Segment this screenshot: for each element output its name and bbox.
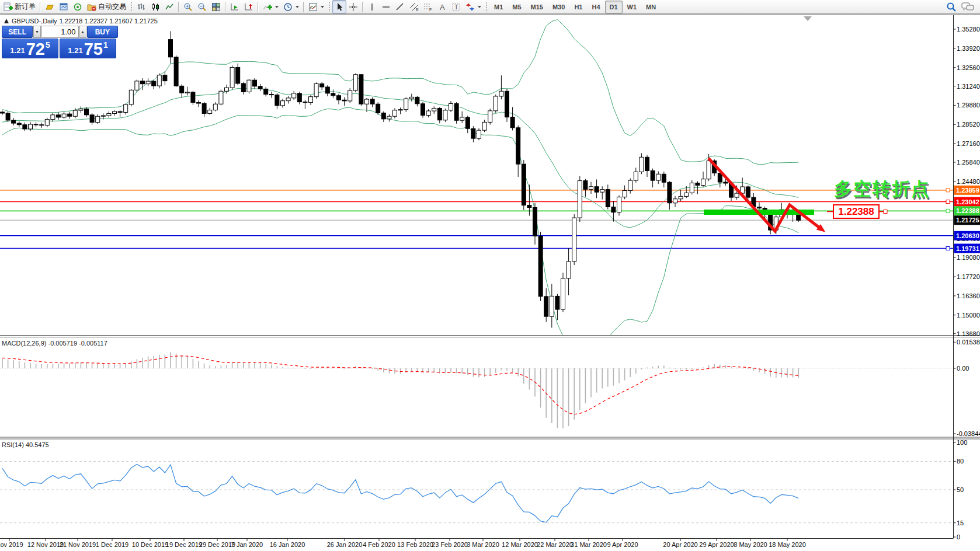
toolbar-right	[946, 2, 979, 12]
svg-text:12 Nov 2019: 12 Nov 2019	[27, 541, 64, 548]
text-tool-button[interactable]: A	[435, 0, 449, 13]
fibonacci-icon: F	[423, 2, 433, 12]
svg-text:23 Feb 2020: 23 Feb 2020	[432, 541, 468, 548]
svg-text:3 Mar 2020: 3 Mar 2020	[467, 541, 499, 548]
price-tag-1.23042[interactable]: 1.23042	[954, 197, 980, 207]
timeframe-button-MN[interactable]: MN	[641, 1, 661, 13]
search-icon[interactable]	[946, 2, 957, 12]
svg-text:1.35280: 1.35280	[957, 26, 980, 33]
svg-text:1.24480: 1.24480	[957, 178, 980, 185]
price-tag-1.23859[interactable]: 1.23859	[954, 186, 980, 195]
indicators-icon	[263, 2, 272, 12]
price-axis-labels: 1.352801.339201.325601.312401.298801.285…	[954, 26, 980, 540]
current-price-tag[interactable]: 1.21725	[954, 215, 980, 225]
chat-icon[interactable]	[961, 2, 974, 12]
buy-price-sup: 1	[103, 40, 108, 50]
fibonacci-tool-button[interactable]: F	[421, 0, 435, 13]
date-axis[interactable]: Nov 201912 Nov 201921 Nov 20191 Dec 2019…	[0, 539, 806, 549]
indicators-button[interactable]	[260, 0, 281, 13]
rsi-line	[2, 464, 798, 522]
svg-text:F: F	[429, 8, 432, 12]
svg-text:1.19080: 1.19080	[957, 254, 980, 261]
svg-text:1.32560: 1.32560	[957, 64, 980, 71]
horizontal-line-tool-button[interactable]	[379, 0, 393, 13]
svg-text:Nov 2019: Nov 2019	[0, 541, 23, 548]
buy-button[interactable]: BUY	[87, 26, 118, 38]
signals-button[interactable]	[71, 0, 85, 13]
autotrading-label: 自动交易	[98, 2, 126, 12]
volume-decrease-button[interactable]: ▼	[33, 26, 40, 38]
buy-price-box[interactable]: 1.21 75 1	[60, 39, 116, 58]
main-pane: 1.22388多空转折点多空转折点	[0, 20, 954, 347]
toolbar: 新订单 自动交易	[0, 0, 980, 14]
cursor-tool-button[interactable]	[332, 0, 346, 13]
new-order-button[interactable]: 新订单	[1, 0, 38, 13]
text-label-icon: T	[451, 2, 461, 12]
bar-chart-icon	[137, 2, 146, 12]
timeframe-button-W1[interactable]: W1	[623, 1, 642, 13]
svg-text:10 Dec 2019: 10 Dec 2019	[132, 541, 168, 548]
auto-scroll-button[interactable]	[228, 0, 242, 13]
svg-text:1.19731: 1.19731	[956, 245, 979, 252]
sell-button[interactable]: SELL	[2, 26, 33, 38]
turning-point-text[interactable]: 多空转折点	[834, 179, 930, 199]
svg-text:18 May 2020: 18 May 2020	[769, 541, 806, 548]
timeframe-button-D1[interactable]: D1	[605, 1, 623, 13]
price-tag-1.22388[interactable]: 1.22388	[954, 206, 980, 215]
svg-text:0.00: 0.00	[957, 365, 969, 372]
horizontal-line-icon	[381, 2, 391, 12]
trendline-tool-button[interactable]	[393, 0, 407, 13]
bollinger-lower-band	[2, 107, 798, 347]
svg-text:1.15000: 1.15000	[957, 312, 980, 319]
channel-tool-button[interactable]: E	[407, 0, 421, 13]
svg-text:7 Jan 2020: 7 Jan 2020	[231, 541, 263, 548]
chart-shift-button[interactable]	[242, 0, 256, 13]
line-chart-button[interactable]	[162, 0, 176, 13]
candlestick-chart-button[interactable]	[148, 0, 162, 13]
periods-button[interactable]	[281, 0, 301, 13]
svg-text:0: 0	[957, 533, 960, 540]
chart-window-icon	[59, 2, 68, 12]
autotrading-icon	[87, 2, 96, 12]
svg-text:50: 50	[957, 486, 964, 493]
price-tag-1.20630[interactable]: 1.20630	[954, 231, 980, 240]
sell-price-sup: 5	[46, 40, 50, 50]
zoom-out-button[interactable]	[195, 0, 209, 13]
timeframe-button-M30[interactable]: M30	[548, 1, 569, 13]
svg-text:1.23042: 1.23042	[956, 198, 979, 205]
line-chart-icon	[165, 2, 174, 12]
timeframe-button-H1[interactable]: H1	[569, 1, 587, 13]
tile-windows-button[interactable]	[209, 0, 223, 13]
mt4-window: 1.22388多空转折点多空转折点MACD(12,26,9) -0.005719…	[0, 0, 980, 551]
volume-input[interactable]	[41, 26, 79, 38]
text-label-tool-button[interactable]: T	[449, 0, 463, 13]
rsi-pane: RSI(14) 40.5475	[0, 441, 954, 523]
svg-text:0.015383: 0.015383	[957, 339, 980, 346]
svg-text:29 Dec 2019: 29 Dec 2019	[199, 541, 235, 548]
arrows-caret-icon	[478, 6, 481, 8]
templates-button[interactable]	[306, 0, 326, 13]
rsi-label: RSI(14) 40.5475	[2, 441, 49, 448]
timeframe-button-H4[interactable]: H4	[587, 1, 604, 13]
sell-price-box[interactable]: 1.21 72 5	[2, 39, 58, 58]
crosshair-tool-button[interactable]	[346, 0, 360, 13]
timeframe-button-M1[interactable]: M1	[489, 1, 508, 13]
symbols-button[interactable]	[43, 0, 57, 13]
templates-caret-icon	[321, 6, 324, 8]
volume-increase-button[interactable]: ▲	[79, 26, 86, 38]
timeframe-button-M15[interactable]: M15	[526, 1, 548, 13]
equidistant-channel-icon: E	[409, 2, 419, 12]
vertical-line-tool-button[interactable]	[365, 0, 379, 13]
chart-window-button[interactable]	[57, 0, 71, 13]
timeframe-button-M5[interactable]: M5	[508, 1, 526, 13]
price-tag-1.19731[interactable]: 1.19731	[954, 244, 980, 253]
autotrading-button[interactable]: 自动交易	[85, 0, 128, 13]
bar-chart-button[interactable]	[134, 0, 148, 13]
chart-shift-marker[interactable]	[804, 16, 812, 21]
svg-text:1.27160: 1.27160	[957, 140, 980, 147]
zoom-in-button[interactable]	[181, 0, 195, 13]
symbol-marker-icon[interactable]	[4, 18, 9, 24]
timeframe-toolbar: M1M5M15M30H1H4D1W1MN	[489, 1, 661, 13]
arrows-tool-button[interactable]	[463, 0, 484, 13]
svg-text:A: A	[440, 2, 445, 11]
